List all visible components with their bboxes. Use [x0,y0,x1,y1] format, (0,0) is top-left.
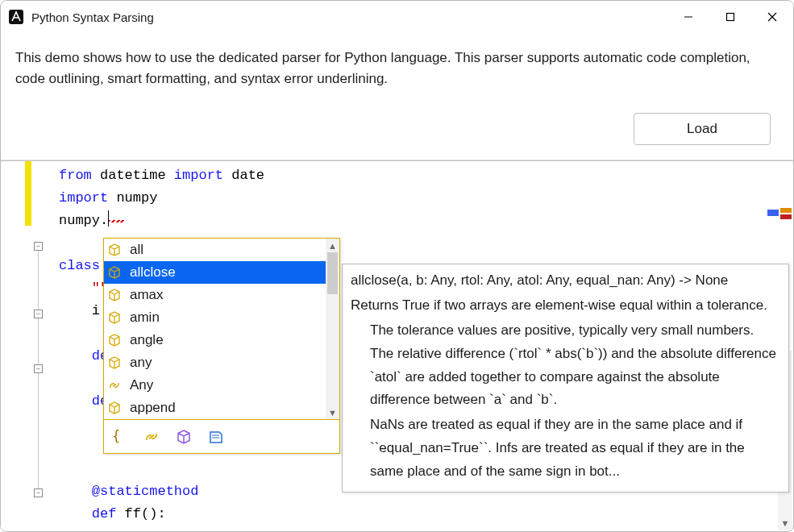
completion-item-label: all [130,242,143,258]
svg-rect-5 [767,210,779,216]
load-button[interactable]: Load [634,113,771,145]
completion-item-label: amax [130,287,164,303]
completion-item-label: allclose [130,264,176,281]
scroll-down-icon[interactable]: ▼ [326,405,339,419]
completion-item-label: Any [130,377,153,393]
fold-toggle[interactable]: − [34,242,43,251]
cube-icon [107,401,122,415]
svg-text:{ }: { } [112,428,128,444]
svg-rect-7 [780,214,792,219]
close-button[interactable] [751,1,793,33]
cube-icon [107,310,122,325]
app-window: Python Syntax Parsing This demo shows ho… [0,0,794,532]
maximize-icon [725,12,735,22]
scroll-up-icon[interactable]: ▲ [326,239,339,252]
braces-icon[interactable]: { } [110,428,128,446]
minimize-button[interactable] [667,1,709,33]
fold-gutter: − − − − [31,161,52,531]
tooltip-body: NaNs are treated as equal if they are in… [351,414,780,484]
fold-toggle[interactable]: − [34,310,43,318]
completion-item[interactable]: append [104,397,339,419]
overview-markers [767,206,793,222]
app-icon [9,10,23,24]
completion-item[interactable]: allclose [104,261,339,284]
book-icon[interactable] [207,428,225,446]
completion-item[interactable]: angle [104,329,339,351]
completion-scrollbar[interactable]: ▲ ▼ [326,239,339,419]
svg-rect-2 [727,14,734,21]
link-icon[interactable] [143,428,160,446]
cube-icon[interactable] [175,428,193,446]
description-text: This demo shows how to use the dedicated… [15,48,779,90]
header-panel: This demo shows how to use the dedicated… [1,33,793,160]
completion-item[interactable]: all [104,239,339,261]
scroll-down-button[interactable]: ▼ [778,516,792,530]
completion-item[interactable]: Any [104,374,339,397]
link-icon [107,378,122,393]
cube-icon [107,333,122,347]
minimize-icon [684,12,693,22]
cube-icon [107,288,122,302]
completion-list[interactable]: ▲ ▼ all allclose amax amin [104,239,339,419]
completion-item-label: append [130,400,176,416]
error-squiggle [109,220,125,222]
close-icon [767,12,777,22]
completion-item-label: any [130,355,152,371]
text-cursor [108,210,109,227]
completion-item[interactable]: amin [104,306,339,329]
fold-toggle[interactable]: − [34,364,43,373]
titlebar: Python Syntax Parsing [1,1,793,33]
completion-item[interactable]: any [104,351,339,374]
cube-icon [107,265,122,280]
cube-icon [107,355,122,370]
tooltip-signature: allclose(a, b: Any, rtol: Any, atol: Any… [351,269,780,293]
doc-tooltip: allclose(a, b: Any, rtol: Any, atol: Any… [342,264,789,493]
window-title: Python Syntax Parsing [31,10,154,24]
cube-icon [107,243,122,257]
fold-toggle[interactable]: − [34,488,43,497]
completion-item-label: amin [130,310,160,326]
scroll-thumb[interactable] [327,252,338,294]
maximize-button[interactable] [709,1,751,33]
svg-rect-6 [780,208,792,213]
completion-popup: ▲ ▼ all allclose amax amin [103,238,340,454]
completion-item[interactable]: amax [104,284,339,306]
modified-marker [25,161,31,226]
tooltip-body: The tolerance values are positive, typic… [351,319,780,413]
load-button-label: Load [687,121,717,137]
change-marker-gutter [1,161,31,531]
completion-item-label: angle [130,332,164,348]
tooltip-summary: Returns True if two arrays are element-w… [351,294,780,318]
completion-footer: { } [104,419,339,453]
